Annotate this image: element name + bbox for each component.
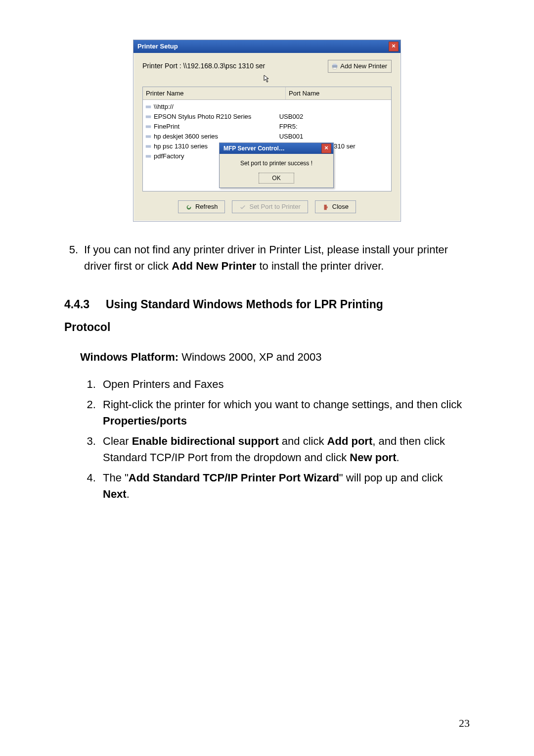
cursor-icon: [263, 75, 271, 86]
titlebar: Printer Setup ×: [134, 40, 400, 53]
set-port-button: Set Port to Printer: [232, 200, 308, 213]
close-icon[interactable]: ×: [321, 143, 331, 153]
step-5: 5. If you can not find any printer drive…: [64, 241, 470, 274]
window-title: Printer Setup: [137, 42, 178, 51]
svg-rect-0: [332, 65, 338, 67]
table-row[interactable]: hp deskjet 3600 series USB001: [145, 132, 389, 142]
printer-port-label: Printer Port : \\192.168.0.3\psc 1310 se…: [142, 61, 265, 71]
printer-icon: [145, 153, 152, 160]
printer-icon: [145, 123, 152, 130]
close-icon[interactable]: ×: [389, 42, 399, 51]
svg-rect-6: [146, 135, 151, 138]
protocol-heading: Protocol: [64, 319, 470, 336]
svg-rect-9: [324, 204, 326, 210]
svg-rect-7: [146, 145, 151, 147]
printer-icon: [145, 113, 152, 120]
printer-setup-window: Printer Setup × Printer Port : \\192.168…: [133, 40, 401, 222]
svg-rect-5: [146, 125, 151, 128]
list-item: Right-click the printer for which you wa…: [99, 396, 470, 429]
printer-table: Printer Name Port Name \\http:// EPSON S…: [142, 87, 392, 192]
table-row[interactable]: FinePrint FPR5:: [145, 122, 389, 132]
printer-icon: [331, 63, 338, 70]
ok-button[interactable]: OK: [259, 173, 294, 184]
svg-rect-10: [327, 206, 328, 208]
section-heading: 4.4.3Using Standard Windows Methods for …: [64, 296, 470, 313]
check-icon: [239, 202, 246, 212]
windows-platform: Windows Platform: Windows 2000, XP and 2…: [80, 349, 470, 365]
confirmation-popup: MFP Server Control… × Set port to printe…: [219, 142, 334, 188]
popup-title: MFP Server Control…: [223, 144, 285, 153]
list-item: The "Add Standard TCP/IP Printer Port Wi…: [99, 470, 470, 502]
printer-icon: [145, 133, 152, 140]
popup-message: Set port to printer success !: [224, 159, 328, 168]
svg-rect-2: [333, 67, 337, 69]
list-item: Open Printers and Faxes: [99, 376, 470, 392]
col-printer-name: Printer Name: [143, 87, 286, 100]
svg-rect-8: [146, 155, 151, 157]
printer-icon: [145, 143, 152, 150]
door-icon: [322, 202, 329, 212]
svg-rect-1: [333, 64, 337, 65]
svg-rect-4: [146, 115, 151, 118]
table-row[interactable]: \\http://: [145, 102, 389, 112]
refresh-button[interactable]: Refresh: [178, 200, 225, 213]
col-port-name: Port Name: [286, 87, 391, 100]
printer-icon: [145, 103, 152, 110]
refresh-icon: [185, 202, 192, 212]
svg-rect-3: [146, 105, 151, 108]
close-button[interactable]: Close: [315, 200, 356, 213]
add-new-printer-button[interactable]: Add New Printer: [328, 60, 392, 73]
table-row[interactable]: EPSON Stylus Photo R210 Series USB002: [145, 112, 389, 122]
list-item: Clear Enable bidirectional support and c…: [99, 433, 470, 466]
instruction-list: Open Printers and Faxes Right-click the …: [99, 376, 470, 502]
page-number: 23: [459, 715, 470, 731]
